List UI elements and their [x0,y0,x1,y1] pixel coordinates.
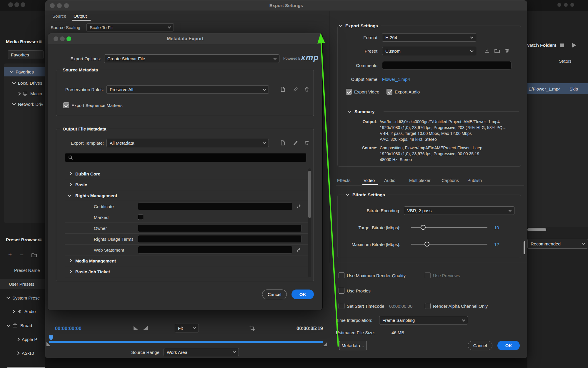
horizontal-scrollbar[interactable] [527,228,546,231]
summary-header[interactable]: Summary [348,107,377,116]
maximum-bitrate-slider-track[interactable] [411,244,487,245]
tree-item-favorites[interactable]: Favorites [4,67,45,76]
cancel-button[interactable]: Cancel [262,290,287,299]
start-timecode-value[interactable]: 00:00:00:00 [389,302,412,310]
delete-rule-icon[interactable] [303,86,310,93]
use-max-render-quality-checkbox[interactable] [339,272,344,278]
maximum-bitrate-slider-thumb[interactable] [424,242,429,247]
use-previews-checkbox[interactable] [425,272,431,278]
list-scrollbar-track[interactable] [308,168,311,277]
panel-menu-icon[interactable]: ≡ [39,38,42,46]
cancel-button[interactable]: Cancel [468,341,492,350]
panel-menu-icon[interactable]: ≡ [39,236,42,244]
set-start-timecode-checkbox[interactable] [339,303,344,309]
import-preset-icon[interactable] [494,47,501,54]
tree-item-macintosh[interactable]: Macin [4,89,45,98]
zoom-fit-dropdown[interactable]: Fit [175,324,199,332]
queue-file-row[interactable]: E/Flower_1.mp4 Skip [527,83,588,94]
rights-usage-terms-input[interactable] [138,235,302,243]
target-bitrate-slider-thumb[interactable] [421,225,426,230]
delete-preset-icon[interactable] [504,47,511,54]
close-button[interactable] [8,2,13,7]
save-preset-icon[interactable] [484,47,491,54]
metadata-group-dublin-core[interactable]: Dublin Core [65,168,311,179]
preset-name-column-header[interactable]: Preset Name [14,266,40,274]
bitrate-encoding-dropdown[interactable]: VBR, 2 pass [404,206,514,215]
preset-item-as10[interactable]: AS-10 [0,348,45,358]
crop-icon[interactable] [248,324,257,333]
metadata-button[interactable]: Metadata… [339,341,367,350]
render-alpha-checkbox[interactable] [425,303,431,309]
tab-output[interactable]: Output [74,12,87,20]
use-proxies-checkbox[interactable] [339,288,344,294]
export-template-dropdown[interactable]: All Metadata [106,139,269,147]
source-scaling-dropdown[interactable]: Scale To Fit [86,23,174,31]
horizontal-scrollbar[interactable] [7,367,45,368]
stop-icon[interactable] [560,44,564,47]
edit-template-icon[interactable] [292,139,299,146]
bitrate-settings-header[interactable]: Bitrate Settings [344,190,388,199]
remove-preset-button[interactable]: − [20,251,24,259]
preset-item-broadcast[interactable]: Broad [0,320,45,330]
tree-item-network-drives[interactable]: Network Driv [4,99,45,109]
vertical-scrollbar[interactable] [524,241,525,254]
target-bitrate-value[interactable]: 10 [494,223,499,232]
owner-input[interactable] [138,224,302,232]
status-column-header[interactable]: Status [559,57,581,65]
minimize-button[interactable] [14,2,19,7]
tab-source[interactable]: Source [52,12,66,20]
goto-out-icon[interactable] [143,326,148,330]
preset-group-icon[interactable] [31,252,38,259]
preset-filter-dropdown[interactable]: Recommended [527,239,588,249]
export-settings-header[interactable]: Export Settings [339,21,381,30]
zoom-button[interactable] [21,2,25,7]
preset-item-audio[interactable]: Audio [0,306,45,316]
export-sequence-markers-checkbox[interactable] [63,102,69,108]
media-browser-favorites-dropdown[interactable]: Favorites [8,50,44,59]
tab-audio[interactable]: Audio [384,176,395,184]
export-audio-checkbox[interactable] [387,89,392,95]
preset-item-user-presets[interactable]: User Presets [0,279,45,289]
ok-button[interactable]: OK [291,290,314,299]
add-preset-button[interactable]: + [8,251,12,259]
share-arrow-icon[interactable] [296,203,302,210]
playhead-marker[interactable] [49,335,53,340]
ok-button[interactable]: OK [497,341,520,350]
source-range-dropdown[interactable]: Work Area [164,348,239,356]
time-interpolation-dropdown[interactable]: Frame Sampling [379,316,468,324]
output-name-link[interactable]: Flower_1.mp4 [382,75,410,83]
delete-template-icon[interactable] [303,139,310,146]
marked-checkbox[interactable] [138,215,143,220]
certificate-input[interactable] [138,203,292,210]
timeline-track[interactable] [49,341,323,343]
tab-publish[interactable]: Publish [467,176,482,184]
new-template-icon[interactable] [279,139,286,146]
list-scrollbar-thumb[interactable] [308,171,311,218]
web-statement-input[interactable] [138,246,292,254]
tab-captions[interactable]: Captions [442,176,459,184]
goto-in-icon[interactable] [134,326,138,330]
preset-item-system-presets[interactable]: System Prese [0,293,45,303]
preset-dropdown[interactable]: Custom [382,47,476,55]
metadata-group-rights-management[interactable]: Rights Management [65,190,311,201]
trim-handle-right[interactable] [323,342,327,346]
trim-handle-left[interactable] [46,342,51,346]
edit-rule-icon[interactable] [292,86,299,93]
tab-multiplexer[interactable]: Multiplexer [409,176,431,184]
export-video-checkbox[interactable] [346,89,352,95]
metadata-search-input[interactable] [65,153,307,162]
maximum-bitrate-value[interactable]: 12 [494,240,499,248]
new-rule-icon[interactable] [279,86,286,93]
comments-input[interactable] [382,61,512,70]
export-options-dropdown[interactable]: Create Sidecar File [104,54,279,63]
metadata-group-basic-job-ticket[interactable]: Basic Job Ticket [65,266,311,277]
preset-item-apple-prores[interactable]: Apple P [0,334,45,344]
current-timecode[interactable]: 00:00:00:00 [55,324,81,332]
play-icon[interactable] [572,43,576,48]
metadata-group-media-management[interactable]: Media Management [65,255,311,266]
tree-item-local-drives[interactable]: Local Drives [4,78,45,88]
metadata-group-basic[interactable]: Basic [65,179,311,190]
tab-effects[interactable]: Effects [337,176,351,184]
format-dropdown[interactable]: H.264 [382,33,476,42]
tab-video[interactable]: Video [364,176,375,184]
